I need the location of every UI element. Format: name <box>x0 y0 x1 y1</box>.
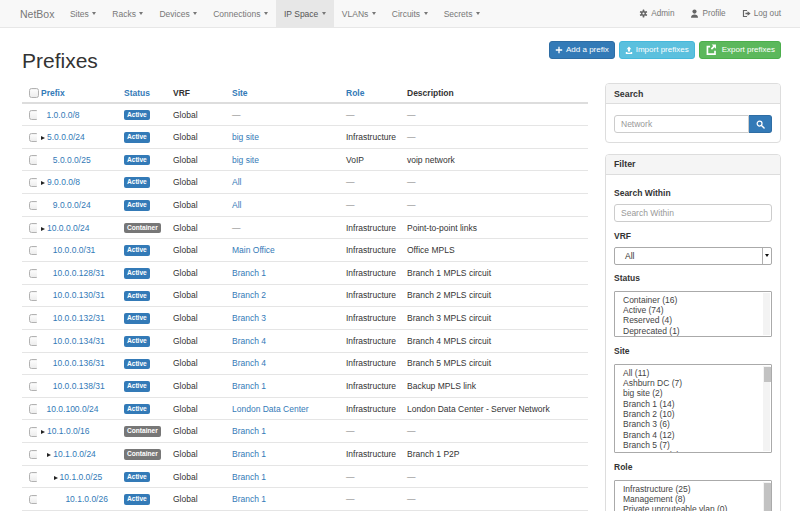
column-sort-link[interactable]: Site <box>232 88 248 98</box>
row-checkbox[interactable] <box>29 450 37 460</box>
listbox-option[interactable]: Infrastructure (25) <box>615 484 771 494</box>
site-link[interactable]: Branch 1 <box>232 449 266 459</box>
nav-item-vlans[interactable]: VLANs <box>334 0 384 27</box>
prefix-link[interactable]: 10.0.0.138/31 <box>53 381 105 391</box>
listbox-option[interactable]: Management (8) <box>615 494 771 504</box>
search-button[interactable] <box>749 115 772 133</box>
nav-item-connections[interactable]: Connections <box>205 0 276 27</box>
prefix-link[interactable]: 10.1.0.0/24 <box>53 449 96 459</box>
row-checkbox[interactable] <box>29 291 37 301</box>
site-link[interactable]: Branch 1 <box>232 494 266 504</box>
status-listbox[interactable]: Container (16)Active (74)Reserved (4)Dep… <box>614 291 772 337</box>
nav-item-devices[interactable]: Devices <box>151 0 205 27</box>
nav-item-ip-space[interactable]: IP Space <box>276 0 334 27</box>
row-checkbox[interactable] <box>29 133 37 143</box>
listbox-option[interactable]: Branch 4 (12) <box>615 430 771 440</box>
site-link[interactable]: Branch 1 <box>232 381 266 391</box>
select-all-checkbox[interactable] <box>29 88 39 98</box>
prefix-link[interactable]: 10.0.100.0/24 <box>47 404 99 414</box>
listbox-option[interactable]: Branch 1 (14) <box>615 399 771 409</box>
import-prefixes-button[interactable]: Import prefixes <box>619 41 695 59</box>
prefix-link[interactable]: 10.0.0.134/31 <box>53 336 105 346</box>
nav-item-profile[interactable]: Profile <box>682 0 733 27</box>
nav-item-racks[interactable]: Racks <box>104 0 151 27</box>
column-sort-link[interactable]: Status <box>124 88 150 98</box>
row-checkbox[interactable] <box>29 246 37 256</box>
scrollbar-thumb[interactable] <box>764 483 771 511</box>
nav-item-admin[interactable]: Admin <box>631 0 682 27</box>
site-link[interactable]: big site <box>232 155 259 165</box>
row-checkbox[interactable] <box>29 472 37 482</box>
export-prefixes-button[interactable]: Export prefixes <box>699 41 781 59</box>
site-link[interactable]: Branch 4 <box>232 358 266 368</box>
site-link[interactable]: All <box>232 177 241 187</box>
listbox-option[interactable]: All (11) <box>615 368 771 378</box>
site-link[interactable]: Branch 1 <box>232 426 266 436</box>
row-checkbox[interactable] <box>29 382 37 392</box>
vrf-select[interactable]: All <box>614 247 772 265</box>
search-input[interactable] <box>614 115 749 133</box>
site-link[interactable]: Branch 4 <box>232 336 266 346</box>
prefix-link[interactable]: 9.0.0.0/8 <box>47 177 80 187</box>
row-checkbox[interactable] <box>29 314 37 324</box>
listbox-option[interactable]: COLO 1-24 (0) <box>615 450 771 452</box>
row-checkbox[interactable] <box>29 495 37 505</box>
scrollbar-thumb[interactable] <box>764 367 771 382</box>
nav-item-log-out[interactable]: Log out <box>734 0 781 27</box>
row-checkbox[interactable] <box>29 155 37 165</box>
listbox-option[interactable]: big site (2) <box>615 388 771 398</box>
prefix-link[interactable]: 9.0.0.0/24 <box>53 200 91 210</box>
nav-item-circuits[interactable]: Circuits <box>384 0 436 27</box>
prefix-link[interactable]: 10.0.0.0/24 <box>47 223 90 233</box>
prefix-link[interactable]: 10.0.0.0/31 <box>53 245 96 255</box>
site-link[interactable]: big site <box>232 132 259 142</box>
nav-item-sites[interactable]: Sites <box>62 0 104 27</box>
listbox-option[interactable]: Reserved (4) <box>615 315 771 325</box>
site-link[interactable]: Main Office <box>232 245 275 255</box>
prefix-link[interactable]: 10.1.0.0/25 <box>60 472 103 482</box>
scrollbar-track[interactable] <box>763 293 770 335</box>
row-checkbox[interactable] <box>29 201 37 211</box>
listbox-option[interactable]: Active (74) <box>615 305 771 315</box>
prefix-link[interactable]: 10.0.0.136/31 <box>53 358 105 368</box>
brand[interactable]: NetBox <box>20 0 54 27</box>
listbox-option[interactable]: Container (16) <box>615 295 771 305</box>
site-link[interactable]: Branch 2 <box>232 290 266 300</box>
site-link[interactable]: Branch 1 <box>232 268 266 278</box>
row-checkbox[interactable] <box>29 110 37 120</box>
prefix-link[interactable]: 5.0.0.0/25 <box>53 155 91 165</box>
row-checkbox[interactable] <box>29 359 37 369</box>
row-checkbox[interactable] <box>29 223 37 233</box>
listbox-option[interactable]: Branch 2 (10) <box>615 409 771 419</box>
site-link[interactable]: Branch 3 <box>232 313 266 323</box>
add-a-prefix-button[interactable]: Add a prefix <box>549 41 615 59</box>
prefix-link[interactable]: 10.1.0.0/16 <box>47 426 90 436</box>
prefix-link[interactable]: 10.0.0.128/31 <box>53 268 105 278</box>
column-sort-link[interactable]: Role <box>346 88 364 98</box>
row-checkbox[interactable] <box>29 427 37 437</box>
nav-item-secrets[interactable]: Secrets <box>436 0 488 27</box>
row-checkbox[interactable] <box>29 178 37 188</box>
listbox-option[interactable]: Branch 5 (7) <box>615 440 771 450</box>
search-within-input[interactable] <box>614 204 772 222</box>
role-listbox[interactable]: Infrastructure (25)Management (8)Private… <box>614 480 772 511</box>
prefix-link[interactable]: 10.0.0.130/31 <box>53 290 105 300</box>
prefix-link[interactable]: 10.1.0.0/26 <box>65 494 108 504</box>
vrf-cell: Global <box>169 443 228 466</box>
site-link[interactable]: All <box>232 200 241 210</box>
row-checkbox[interactable] <box>29 404 37 414</box>
listbox-option[interactable]: Private unrouteable vlan (0) <box>615 504 771 511</box>
status-badge: Active <box>124 291 150 302</box>
listbox-option[interactable]: Branch 3 (6) <box>615 419 771 429</box>
prefix-link[interactable]: 10.0.0.132/31 <box>53 313 105 323</box>
row-checkbox[interactable] <box>29 269 37 279</box>
prefix-link[interactable]: 1.0.0.0/8 <box>47 110 80 120</box>
prefix-link[interactable]: 5.0.0.0/24 <box>47 132 85 142</box>
listbox-option[interactable]: Deprecated (1) <box>615 326 771 336</box>
column-sort-link[interactable]: Prefix <box>41 88 65 98</box>
row-checkbox[interactable] <box>29 336 37 346</box>
site-link[interactable]: Branch 1 <box>232 472 266 482</box>
site-listbox[interactable]: All (11)Ashburn DC (7)big site (2)Branch… <box>614 364 772 453</box>
listbox-option[interactable]: Ashburn DC (7) <box>615 378 771 388</box>
site-link[interactable]: London Data Center <box>232 404 309 414</box>
